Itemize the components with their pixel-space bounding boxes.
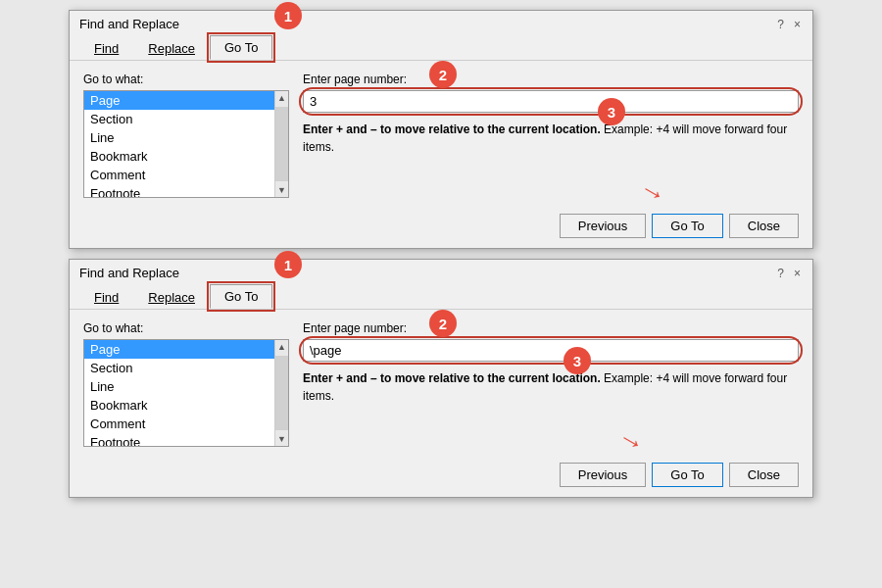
tab-find-1[interactable]: Find [79, 35, 133, 60]
close-action-button-1[interactable]: Close [729, 214, 799, 238]
list-scrollbar-2: ▲ ▼ [274, 340, 288, 446]
scroll-up-2[interactable]: ▲ [277, 340, 286, 354]
page-number-input-1[interactable] [303, 90, 799, 113]
page-input-wrapper-2 [303, 339, 799, 362]
list-item-line-2[interactable]: Line [84, 377, 274, 396]
list-item-section-1[interactable]: Section [84, 110, 274, 128]
dialog-title-1: Find and Replace [79, 17, 179, 31]
list-inner-1: Page Section Line Bookmark Comment Footn… [84, 91, 288, 197]
list-item-comment-1[interactable]: Comment [84, 166, 274, 184]
list-item-bookmark-1[interactable]: Bookmark [84, 147, 274, 166]
help-button-1[interactable]: ? [775, 18, 786, 31]
goto-label-1: Go to what: [83, 73, 289, 86]
list-item-page-1[interactable]: Page [84, 91, 274, 110]
list-item-footnote-2[interactable]: Footnote [84, 433, 274, 446]
tab-find-2[interactable]: Find [79, 284, 133, 309]
goto-action-button-1[interactable]: Go To [652, 214, 722, 238]
goto-label-2: Go to what: [83, 321, 289, 335]
list-inner-2: Page Section Line Bookmark Comment Footn… [84, 340, 288, 446]
tab-goto-1[interactable]: Go To [210, 35, 272, 60]
list-container-2: Page Section Line Bookmark Comment Footn… [83, 339, 289, 447]
tab-replace-2[interactable]: Replace [133, 284, 210, 309]
left-panel-2: Go to what: Page Section Line Bookmark C… [83, 321, 289, 447]
list-container-1: Page Section Line Bookmark Comment Footn… [83, 90, 289, 198]
badge-2-dialog2: 2 [429, 310, 457, 337]
scroll-track-2 [275, 356, 288, 430]
dialog-controls-1: ? × [775, 18, 803, 31]
scroll-up-1[interactable]: ▲ [277, 91, 286, 105]
close-button-1[interactable]: × [792, 18, 803, 31]
dialog-body-1: Go to what: Page Section Line Bookmark C… [70, 69, 812, 208]
tabs-2: Find Replace Go To [70, 284, 812, 310]
tab-goto-2[interactable]: Go To [210, 284, 272, 309]
hint-bold-2: Enter + and – to move relative to the cu… [303, 371, 601, 385]
input-label-2: Enter page number: [303, 321, 799, 335]
page-number-input-2[interactable] [303, 339, 799, 362]
dialog-controls-2: ? × [775, 267, 803, 280]
badge-3-dialog1: 3 [598, 98, 625, 125]
scroll-down-1[interactable]: ▼ [277, 183, 286, 197]
tabs-1: Find Replace Go To [70, 35, 812, 61]
close-button-2[interactable]: × [792, 267, 803, 280]
list-scrollbar-1: ▲ ▼ [274, 91, 288, 197]
left-panel-1: Go to what: Page Section Line Bookmark C… [83, 73, 289, 198]
hint-text-2: Enter + and – to move relative to the cu… [303, 369, 799, 405]
list-item-bookmark-2[interactable]: Bookmark [84, 396, 274, 415]
right-panel-2: Enter page number: Enter + and – to move… [303, 321, 799, 447]
list-item-page-2[interactable]: Page [84, 340, 274, 359]
previous-button-1[interactable]: Previous [560, 214, 647, 238]
dialog-wrapper-1: 1 2 3 → Find and Replace ? × Find Replac… [69, 10, 813, 249]
badge-1-dialog2: 1 [274, 251, 302, 278]
list-items-1: Page Section Line Bookmark Comment Footn… [84, 91, 274, 197]
right-panel-1: Enter page number: Enter + and – to move… [303, 73, 799, 198]
list-items-2: Page Section Line Bookmark Comment Footn… [84, 340, 274, 446]
find-replace-dialog-1: Find and Replace ? × Find Replace Go To … [69, 10, 813, 249]
find-replace-dialog-2: Find and Replace ? × Find Replace Go To … [69, 259, 813, 498]
list-item-comment-2[interactable]: Comment [84, 415, 274, 433]
badge-2-dialog1: 2 [429, 61, 457, 88]
page-input-wrapper-1 [303, 90, 799, 113]
list-item-section-2[interactable]: Section [84, 359, 274, 377]
previous-button-2[interactable]: Previous [560, 463, 647, 487]
dialog-footer-1: Previous Go To Close [70, 208, 812, 248]
input-label-1: Enter page number: [303, 73, 799, 86]
badge-3-dialog2: 3 [564, 347, 591, 374]
list-item-footnote-1[interactable]: Footnote [84, 184, 274, 197]
scroll-track-1 [275, 107, 288, 181]
list-item-line-1[interactable]: Line [84, 128, 274, 147]
help-button-2[interactable]: ? [775, 267, 786, 280]
tab-replace-1[interactable]: Replace [133, 35, 210, 60]
dialog-titlebar-1: Find and Replace ? × [70, 11, 812, 35]
goto-action-button-2[interactable]: Go To [652, 463, 722, 487]
hint-text-1: Enter + and – to move relative to the cu… [303, 121, 799, 156]
dialog-wrapper-2: 1 2 3 → Find and Replace ? × Find Replac… [69, 259, 813, 498]
close-action-button-2[interactable]: Close [729, 463, 799, 487]
dialog-body-2: Go to what: Page Section Line Bookmark C… [70, 318, 812, 457]
badge-1-dialog1: 1 [274, 2, 302, 29]
dialog-titlebar-2: Find and Replace ? × [70, 260, 812, 284]
dialog-footer-2: Previous Go To Close [70, 457, 812, 497]
hint-bold-1: Enter + and – to move relative to the cu… [303, 122, 601, 136]
dialog-title-2: Find and Replace [79, 266, 179, 280]
scroll-down-2[interactable]: ▼ [277, 432, 286, 446]
